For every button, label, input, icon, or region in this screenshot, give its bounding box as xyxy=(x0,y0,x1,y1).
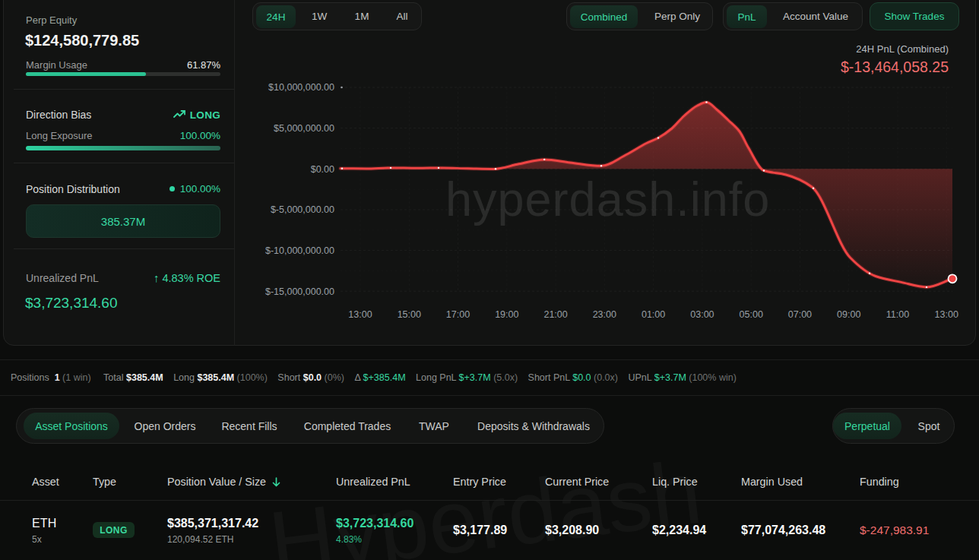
svg-text:07:00: 07:00 xyxy=(788,309,812,320)
svg-text:13:00: 13:00 xyxy=(935,309,958,320)
svg-text:11:00: 11:00 xyxy=(886,309,909,320)
svg-text:17:00: 17:00 xyxy=(446,309,470,320)
svg-text:$-5,000,000.00: $-5,000,000.00 xyxy=(271,204,334,215)
svg-text:05:00: 05:00 xyxy=(740,309,763,320)
svg-text:$5,000,000.00: $5,000,000.00 xyxy=(274,123,334,134)
svg-text:13:00: 13:00 xyxy=(348,309,372,320)
svg-text:09:00: 09:00 xyxy=(837,309,860,320)
svg-text:21:00: 21:00 xyxy=(543,309,567,320)
svg-text:19:00: 19:00 xyxy=(495,309,518,320)
svg-text:$-10,000,000.00: $-10,000,000.00 xyxy=(265,245,334,256)
svg-text:$10,000,000.00: $10,000,000.00 xyxy=(268,82,334,93)
svg-text:15:00: 15:00 xyxy=(398,309,421,320)
svg-text:$0.00: $0.00 xyxy=(311,164,334,175)
svg-text:$-15,000,000.00: $-15,000,000.00 xyxy=(265,286,334,297)
svg-text:03:00: 03:00 xyxy=(690,309,714,320)
svg-text:01:00: 01:00 xyxy=(642,309,665,320)
svg-text:23:00: 23:00 xyxy=(593,309,616,320)
